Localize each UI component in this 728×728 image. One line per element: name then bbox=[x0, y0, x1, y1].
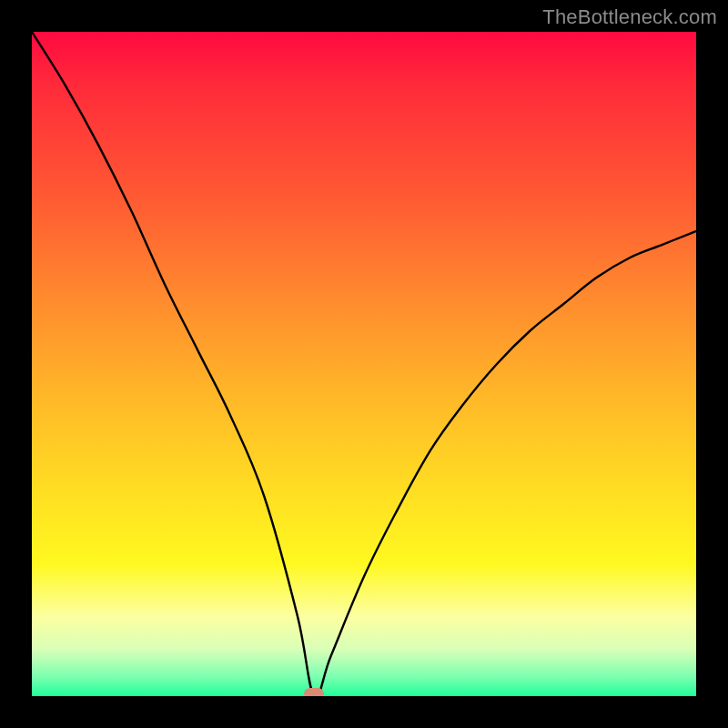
watermark-text: TheBottleneck.com bbox=[542, 5, 717, 29]
bottleneck-curve bbox=[32, 32, 696, 696]
curve-path bbox=[32, 32, 696, 696]
optimum-marker bbox=[304, 688, 324, 696]
plot-area bbox=[32, 32, 696, 696]
chart-frame: TheBottleneck.com bbox=[0, 0, 728, 728]
